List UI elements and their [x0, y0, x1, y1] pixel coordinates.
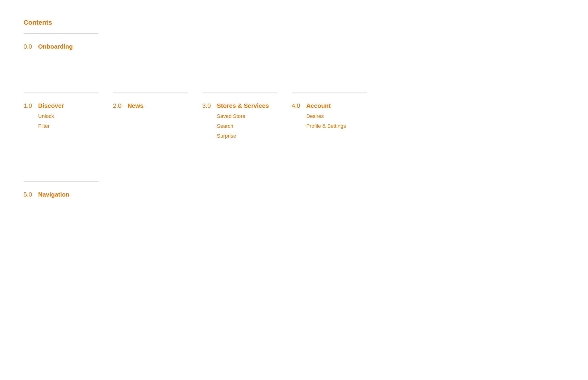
section-0-divider: [23, 33, 99, 34]
sections-grid: 1.0 Discover Unlock Filter 2.0 News 3.0 …: [23, 93, 565, 139]
section-0-title: Onboarding: [38, 43, 73, 50]
page-title: Contents: [23, 19, 565, 26]
section-3-col: 3.0 Stores & Services Saved Store Search…: [202, 93, 292, 139]
section-4-items: Desires Profile & Settings: [292, 113, 372, 129]
section-4-item-profile[interactable]: Profile & Settings: [292, 123, 372, 129]
section-1-divider: [23, 93, 99, 93]
section-0-number: 0.0: [23, 43, 35, 50]
section-5-divider: [23, 181, 99, 182]
section-3-title: Stores & Services: [217, 102, 269, 110]
section-2-row: 2.0 News: [113, 102, 193, 110]
section-3-divider: [202, 93, 277, 93]
section-0-row: 0.0 Onboarding: [23, 43, 113, 50]
section-3-item-search[interactable]: Search: [202, 123, 282, 129]
section-5: 5.0 Navigation: [23, 181, 113, 198]
section-1-number: 1.0: [23, 102, 35, 110]
section-1-item-filter[interactable]: Filter: [23, 123, 104, 129]
section-1-row: 1.0 Discover: [23, 102, 104, 110]
section-3-number: 3.0: [202, 102, 214, 110]
section-5-row: 5.0 Navigation: [23, 191, 113, 198]
section-1-item-unlock[interactable]: Unlock: [23, 113, 104, 119]
section-5-title: Navigation: [38, 191, 69, 198]
section-1-items: Unlock Filter: [23, 113, 104, 129]
section-4-row: 4.0 Account: [292, 102, 372, 110]
section-2-title: News: [127, 102, 144, 110]
section-4-divider: [292, 93, 367, 93]
section-2-number: 2.0: [113, 102, 125, 110]
section-0: 0.0 Onboarding: [23, 33, 113, 50]
page-container: Contents 0.0 Onboarding 1.0 Discover Unl…: [0, 0, 588, 221]
section-5-number: 5.0: [23, 191, 35, 198]
section-2-divider: [113, 93, 188, 93]
section-1-col: 1.0 Discover Unlock Filter: [23, 93, 113, 139]
section-4-col: 4.0 Account Desires Profile & Settings: [292, 93, 381, 139]
section-2-col: 2.0 News: [113, 93, 202, 139]
section-3-items: Saved Store Search Surprise: [202, 113, 282, 139]
section-3-item-saved-store[interactable]: Saved Store: [202, 113, 282, 119]
section-1-title: Discover: [38, 102, 64, 110]
section-3-item-surprise[interactable]: Surprise: [202, 133, 282, 139]
section-4-number: 4.0: [292, 102, 303, 110]
section-3-row: 3.0 Stores & Services: [202, 102, 282, 110]
section-4-item-desires[interactable]: Desires: [292, 113, 372, 119]
section-4-title: Account: [306, 102, 331, 110]
